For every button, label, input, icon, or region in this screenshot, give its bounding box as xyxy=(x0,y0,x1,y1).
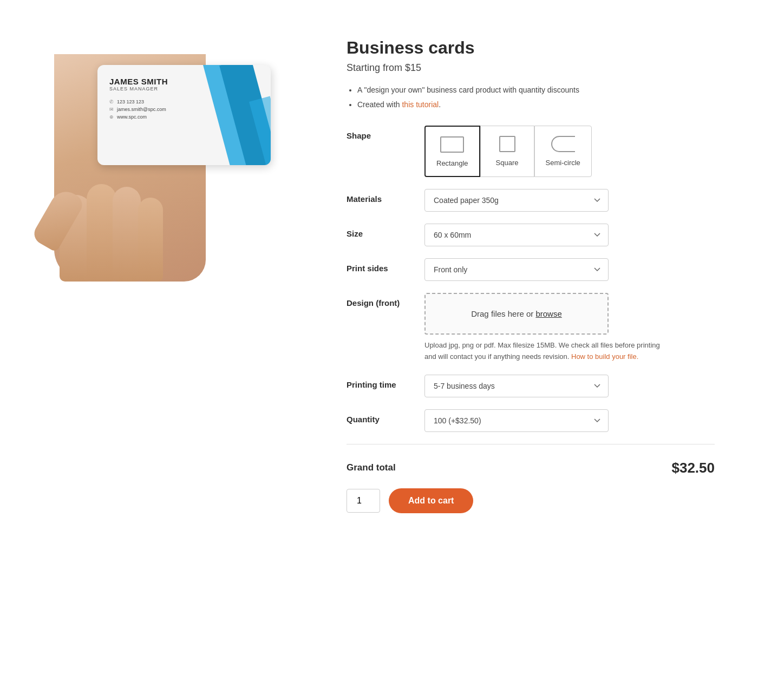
page-title: Business cards xyxy=(347,38,715,58)
upload-text: Drag files here or browse xyxy=(436,309,597,318)
shape-option-rectangle[interactable]: Rectangle xyxy=(424,126,480,177)
upload-hint: Upload jpg, png or pdf. Max filesize 15M… xyxy=(424,340,663,363)
materials-option-row: Materials Coated paper 350g Matte paper … xyxy=(347,189,715,212)
finger-3 xyxy=(113,187,141,282)
printing-time-option-row: Printing time 5-7 business days 2-3 busi… xyxy=(347,375,715,397)
materials-label: Materials xyxy=(347,189,411,204)
print-sides-label: Print sides xyxy=(347,258,411,273)
card-phone-row: ✆ 123 123 123 xyxy=(109,99,259,104)
product-image-wrapper: JAMES SMITH SALES MANAGER ✆ 123 123 123 … xyxy=(54,43,292,282)
finger-2 xyxy=(87,184,116,282)
rectangle-shape-icon xyxy=(439,135,465,154)
phone-icon: ✆ xyxy=(109,99,114,104)
card-phone: 123 123 123 xyxy=(117,99,144,104)
grand-total-label: Grand total xyxy=(347,462,396,473)
card-name: JAMES SMITH xyxy=(109,77,259,86)
print-sides-option-row: Print sides Front only Front and back xyxy=(347,258,715,281)
square-label: Square xyxy=(496,159,519,167)
bullet-1-text: A "design your own" business card produc… xyxy=(357,86,579,94)
finger-4 xyxy=(138,198,163,282)
rectangle-label: Rectangle xyxy=(436,159,468,167)
printing-time-select[interactable]: 5-7 business days 2-3 business days Next… xyxy=(424,375,609,397)
divider xyxy=(347,444,715,444)
cart-row: Add to cart xyxy=(347,488,715,513)
card-email: james.smith@spc.com xyxy=(117,107,166,112)
print-sides-select[interactable]: Front only Front and back xyxy=(424,258,609,281)
square-shape-icon xyxy=(494,135,520,153)
quantity-label: Quantity xyxy=(347,409,411,424)
card-website-row: ⊕ www.spc.com xyxy=(109,114,259,120)
drag-text: Drag files here or xyxy=(471,309,535,318)
size-option-row: Size 60 x 60mm 85 x 55mm 90 x 50mm xyxy=(347,224,715,246)
quantity-option-row: Quantity 100 (+$32.50) 250 (+$55.00) 500… xyxy=(347,409,715,432)
bullet-2: Created with this tutorial. xyxy=(357,99,715,110)
shape-option-square[interactable]: Square xyxy=(480,126,534,177)
size-select[interactable]: 60 x 60mm 85 x 55mm 90 x 50mm xyxy=(424,224,609,246)
cart-quantity-input[interactable] xyxy=(347,489,380,513)
bullet-1: A "design your own" business card produc… xyxy=(357,84,715,96)
shape-label: Shape xyxy=(347,126,411,140)
email-icon: ✉ xyxy=(109,107,114,112)
bullet-2-text-after: . xyxy=(439,100,441,109)
product-details: Business cards Starting from $15 A "desi… xyxy=(347,32,715,513)
design-option-row: Design (front) Drag files here or browse… xyxy=(347,293,715,363)
business-card-preview: JAMES SMITH SALES MANAGER ✆ 123 123 123 … xyxy=(97,65,271,165)
tutorial-link[interactable]: this tutorial xyxy=(402,100,439,109)
add-to-cart-button[interactable]: Add to cart xyxy=(389,488,473,513)
shape-option-semicircle[interactable]: Semi-circle xyxy=(534,126,592,177)
file-upload-area[interactable]: Drag files here or browse xyxy=(424,293,609,335)
product-image-section: JAMES SMITH SALES MANAGER ✆ 123 123 123 … xyxy=(43,32,303,282)
globe-icon: ⊕ xyxy=(109,114,114,120)
printing-time-label: Printing time xyxy=(347,375,411,389)
semicircle-label: Semi-circle xyxy=(546,159,580,167)
materials-select[interactable]: Coated paper 350g Matte paper 350g Recyc… xyxy=(424,189,609,212)
design-label: Design (front) xyxy=(347,293,411,308)
shape-options: Rectangle Square Semi-circle xyxy=(424,126,715,177)
browse-link[interactable]: browse xyxy=(535,309,561,318)
card-website: www.spc.com xyxy=(117,114,147,120)
product-subtitle: Starting from $15 xyxy=(347,62,715,74)
build-file-link[interactable]: How to build your file. xyxy=(571,352,638,361)
grand-total-value: $32.50 xyxy=(671,460,715,476)
card-email-row: ✉ james.smith@spc.com xyxy=(109,107,259,112)
product-bullets: A "design your own" business card produc… xyxy=(347,84,715,110)
grand-total-row: Grand total $32.50 xyxy=(347,456,715,476)
bullet-2-text-before: Created with xyxy=(357,100,402,109)
quantity-select[interactable]: 100 (+$32.50) 250 (+$55.00) 500 (+$90.00… xyxy=(424,409,609,432)
size-label: Size xyxy=(347,224,411,238)
card-job-title: SALES MANAGER xyxy=(109,86,259,91)
semicircle-shape-icon xyxy=(550,135,576,153)
shape-option-row: Shape Rectangle Square xyxy=(347,126,715,177)
